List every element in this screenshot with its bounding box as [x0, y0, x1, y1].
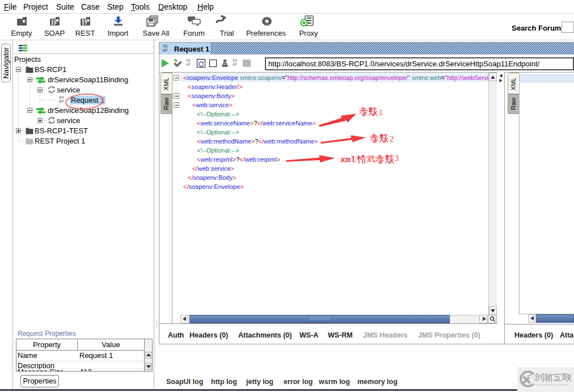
svg-text:2: 2 [390, 135, 394, 144]
svg-text:ST: ST [82, 22, 87, 26]
svg-text:AP: AP [52, 22, 57, 26]
svg-text:1: 1 [379, 108, 383, 117]
